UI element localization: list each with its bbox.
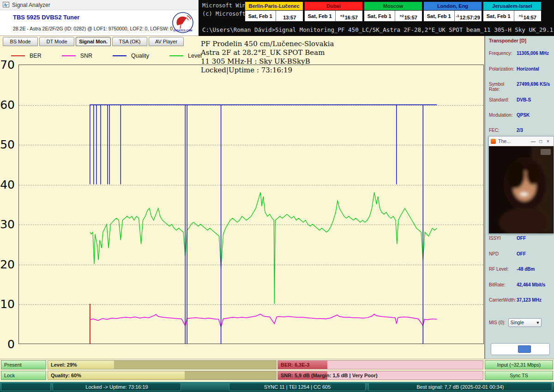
chart-series-svg [19, 65, 483, 344]
clock-offset: +1 [519, 14, 523, 18]
clock-moscow: Moscow Sat, Feb 1 +215:57 [364, 1, 422, 23]
level-line-swatch [169, 55, 183, 56]
tuner-subtitle: 28.2E - Astra 2E/2F/2G (ID: 0282) @ LOF1… [13, 26, 173, 31]
clock-date: Sat, Feb 1 [364, 11, 395, 21]
video-player-window: The... — □ × [488, 136, 554, 234]
y-axis-labels: 010203040506070 [0, 65, 16, 344]
y-axis-tick: 10 [0, 297, 15, 311]
sync-ts-indicator: Sync TS [485, 371, 553, 380]
terminal-prompt-line[interactable]: C:\Users\Roman Dávid>Signal Monitoring_P… [202, 26, 554, 33]
status-strip: Present Level: 29% BER: 6,3E-3 Input (~3… [0, 359, 554, 382]
clock-city-label: Dubai [304, 1, 363, 10]
clock-time: +114:57 [514, 11, 541, 21]
tp-row-frequency: Frequency: 11305,006 MHz [489, 51, 553, 56]
transponder-header: Transponder [D] [489, 38, 526, 43]
annotation-line: Locked|Uptime : 73:16:19 [201, 66, 334, 75]
y-axis-tick: 70 [0, 58, 15, 71]
tp-row-npd: NPD OFF [489, 251, 553, 256]
clock-city-label: Jerusalem-Israel [483, 1, 542, 10]
level-progress-label: Level: 29% [51, 361, 77, 369]
y-axis-tick: 30 [0, 218, 15, 231]
video-thumbnail[interactable] [489, 146, 554, 233]
legend-quality: Quality [113, 53, 149, 59]
svg-text:DXSATCS.COM: DXSATCS.COM [174, 29, 193, 32]
tp-row-rf-level: RF Level: -48 dBm [489, 267, 553, 272]
tp-row-standard: Standard: DVB-S [489, 97, 553, 102]
y-axis-tick: 40 [0, 178, 15, 191]
clock-time: +215:57 [395, 11, 422, 21]
signal-chart [18, 65, 484, 344]
clock-london: London, Eng Sat, Feb 1 -112:57:29 [423, 1, 482, 23]
y-axis-tick: 20 [0, 258, 15, 271]
ber-bar: BER: 6,3E-3 [277, 360, 483, 369]
analyzer-window-header: Signal Analyzer TBS 5925 DVBS2 Tuner 28.… [0, 0, 199, 36]
annotation-line: 11 305 MHz-H : Sky UK-BSkyB [201, 57, 334, 66]
tp-row-fec: FEC: 2/3 [489, 128, 553, 133]
clock-time: +316:57 [336, 11, 362, 21]
channel-watermark [541, 149, 551, 155]
tab-tsa[interactable]: TSA (OK) [112, 37, 147, 46]
window-titlebar: Signal Analyzer [0, 0, 199, 10]
chevron-down-icon: ▾ [536, 319, 539, 327]
clock-jerusalem: Jerusalem-Israel Sat, Feb 1 +114:57 [483, 1, 542, 23]
window-title: Signal Analyzer [12, 2, 50, 8]
clock-date: Sat, Feb 1 [245, 11, 276, 21]
minimize-icon[interactable]: — [530, 139, 537, 144]
snr-bar: SNR: 5,9 dB (Margin: 1,5 dB | Very Poor) [277, 371, 483, 380]
close-icon[interactable]: × [544, 139, 552, 144]
buffer-indicator [491, 343, 550, 355]
app-icon [3, 1, 9, 9]
clock-berlin: Berlin-Paris-Lučenec Sat, Feb 1 13:57 [245, 1, 303, 23]
ber-line-swatch [11, 55, 25, 56]
clock-offset: +2 [400, 14, 404, 18]
signal-monitor-panel: BS Mode DT Mode Signal Mon. TSA (OK) AV … [0, 36, 485, 359]
terminal-text: Microsoft Wind [202, 2, 249, 9]
terminal-text: (c) Microsoft [202, 11, 246, 17]
statusbar-blank-segment [1, 383, 51, 391]
input-rate-indicator: Input (~32,31 Mbps) [485, 360, 553, 369]
snr-bar-label: SNR: 5,9 dB (Margin: 1,5 dB | Very Poor) [281, 371, 378, 380]
legend-ber: BER [11, 53, 42, 59]
statusbar-best-signal: Best signal: 7,7 dB (2025-02-01 00:34) [368, 383, 552, 391]
tab-av-player[interactable]: AV Player [149, 37, 184, 46]
tp-row-mis: MIS (0): Single ▾ [489, 318, 552, 327]
quality-line-swatch [113, 55, 126, 56]
clock-dubai: Dubai Sat, Feb 1 +316:57 [304, 1, 363, 23]
dxsatcs-logo: DXSATCS.COM [170, 11, 196, 37]
mis-dropdown[interactable]: Single ▾ [508, 318, 542, 327]
clock-offset: +3 [340, 14, 344, 18]
video-titlebar[interactable]: The... — □ × [489, 137, 554, 146]
clock-offset: -1 [456, 14, 459, 18]
tp-row-issyi: ISSYI OFF [489, 236, 553, 241]
statusbar-sync-counters: SYNC 11 | TEI 1254 | CC 605 [229, 383, 366, 391]
tp-row-polarization: Polarization: Horizontal [489, 66, 553, 71]
clock-date: Sat, Feb 1 [483, 11, 514, 21]
tab-signal-mon[interactable]: Signal Mon. [76, 37, 111, 46]
tp-row-bitrate: BitRate: 42,464 Mbit/s [489, 282, 553, 287]
lock-indicator: Lock [1, 371, 46, 380]
video-title: The... [498, 138, 530, 144]
tab-dt-mode[interactable]: DT Mode [39, 37, 74, 46]
present-indicator: Present [1, 360, 46, 369]
tp-row-modulation: Modulation: QPSK [489, 113, 553, 118]
annotation-line: Astra 2F at 28.2°E_UK SPOT Beam [201, 48, 334, 57]
y-axis-tick: 60 [0, 98, 15, 112]
maximize-icon[interactable]: □ [537, 139, 544, 144]
statusbar-uptime: Locked -> Uptime: 73:16:19 [53, 383, 181, 391]
clock-date: Sat, Feb 1 [424, 11, 455, 21]
chart-legend: BER SNR Quality Level [11, 53, 202, 59]
mode-tabs: BS Mode DT Mode Signal Mon. TSA (OK) AV … [3, 37, 184, 46]
clock-city-label: Berlin-Paris-Lučenec [245, 1, 303, 10]
monitoring-annotation: PF Prodelin 450 cm/Lučenec-Slovakia Astr… [201, 40, 334, 75]
legend-level: Level [169, 53, 202, 59]
buffer-thumb[interactable] [518, 345, 531, 353]
clock-city-label: Moscow [364, 1, 422, 10]
clock-city-label: London, Eng [423, 1, 482, 10]
tuner-title: TBS 5925 DVBS2 Tuner [13, 14, 79, 21]
signal-analyzer-app: Microsoft Wind (c) Microsoft C:\Users\Ro… [0, 0, 554, 392]
quality-progress-bar: Quality: 60% [48, 371, 277, 380]
tp-row-symbol-rate: Symbol Rate: 27499,696 KS/s [489, 82, 553, 92]
tab-bs-mode[interactable]: BS Mode [3, 37, 38, 46]
snr-line-swatch [62, 55, 76, 56]
ber-bar-label: BER: 6,3E-3 [281, 361, 309, 369]
